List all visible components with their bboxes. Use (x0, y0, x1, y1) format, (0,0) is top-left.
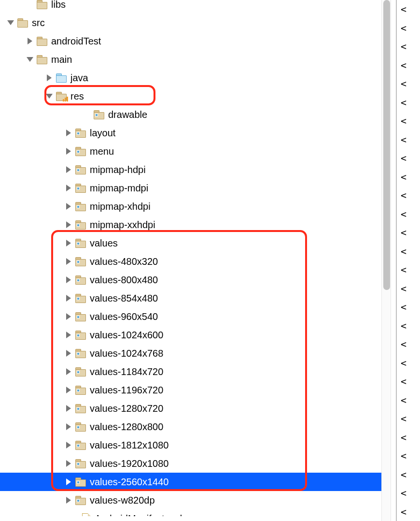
disclosure-collapsed-icon[interactable] (26, 37, 34, 45)
code-line: < (401, 242, 420, 261)
resource-folder-icon (75, 422, 86, 431)
code-line: < (401, 317, 420, 335)
tree-row[interactable]: src (0, 14, 381, 32)
tree-row[interactable]: values-480x320 (0, 252, 381, 271)
xml-file-icon (82, 513, 91, 516)
resource-folder-icon (75, 367, 86, 376)
tree-item-label: values-1024x768 (90, 348, 163, 359)
disclosure-spacer (71, 515, 79, 516)
tree-row[interactable]: mipmap-xhdpi (0, 197, 381, 216)
tree-item-label: main (51, 54, 72, 65)
code-line: < (401, 186, 420, 205)
disclosure-collapsed-icon[interactable] (65, 460, 72, 467)
tree-row[interactable]: values-1280x800 (0, 418, 381, 436)
tree-item-label: java (70, 72, 88, 84)
tree-scrollbar-thumb[interactable] (383, 0, 390, 290)
tree-row[interactable]: layout (0, 124, 381, 142)
disclosure-collapsed-icon[interactable] (65, 221, 72, 229)
code-line: < (401, 130, 420, 149)
project-tree[interactable]: libssrcandroidTestmainjavaresdrawablelay… (0, 0, 381, 516)
code-line: < (401, 465, 420, 484)
disclosure-collapsed-icon[interactable] (65, 423, 72, 431)
code-line: < (401, 354, 420, 373)
panel-divider[interactable] (396, 0, 397, 521)
tree-row[interactable]: androidTest (0, 32, 381, 50)
tree-row[interactable]: values (0, 234, 381, 252)
disclosure-collapsed-icon[interactable] (65, 496, 72, 504)
res-root-folder-icon (56, 92, 67, 101)
disclosure-expanded-icon[interactable] (45, 92, 53, 100)
tree-item-label: drawable (108, 109, 147, 120)
tree-item-label: values-2560x1440 (90, 477, 168, 488)
tree-row[interactable]: values-1024x768 (0, 344, 381, 362)
tree-row[interactable]: values-960x540 (0, 307, 381, 326)
tree-row[interactable]: menu (0, 142, 381, 160)
resource-folder-icon (75, 331, 86, 339)
tree-row[interactable]: mipmap-mdpi (0, 179, 381, 197)
tree-row[interactable]: values-1920x1080 (0, 454, 381, 473)
resource-folder-icon (75, 294, 86, 303)
resource-folder-icon (75, 220, 86, 229)
code-line: < (401, 298, 420, 317)
tree-row[interactable]: values-800x480 (0, 271, 381, 289)
code-line: < (401, 168, 420, 187)
tree-row[interactable]: values-2560x1440 (0, 473, 381, 491)
tree-row[interactable]: main (0, 50, 381, 69)
disclosure-collapsed-icon[interactable] (65, 147, 72, 155)
tree-item-label: mipmap-mdpi (90, 183, 148, 194)
disclosure-collapsed-icon[interactable] (65, 258, 72, 265)
code-line: < (401, 205, 420, 224)
disclosure-collapsed-icon[interactable] (65, 478, 72, 486)
tree-row[interactable]: mipmap-xxhdpi (0, 216, 381, 234)
resource-folder-icon (75, 129, 86, 137)
disclosure-collapsed-icon[interactable] (65, 276, 72, 284)
tree-row[interactable]: values-1024x600 (0, 326, 381, 344)
disclosure-collapsed-icon[interactable] (65, 294, 72, 302)
code-line: < (401, 391, 420, 410)
tree-row[interactable]: values-854x480 (0, 289, 381, 307)
tree-item-label: mipmap-xxhdpi (90, 219, 155, 231)
editor-panel[interactable]: <<<<<<<<<<<<<<<<<<<<<<<<<<<< (401, 0, 420, 521)
folder-icon (17, 18, 28, 27)
disclosure-collapsed-icon[interactable] (65, 386, 72, 394)
disclosure-collapsed-icon[interactable] (65, 129, 72, 137)
tree-row[interactable]: res (0, 87, 381, 105)
disclosure-collapsed-icon[interactable] (65, 203, 72, 210)
tree-row[interactable]: mipmap-hdpi (0, 160, 381, 179)
disclosure-collapsed-icon[interactable] (45, 74, 53, 82)
tree-item-label: menu (90, 146, 114, 157)
disclosure-collapsed-icon[interactable] (65, 405, 72, 412)
tree-row[interactable]: java (0, 69, 381, 87)
tree-row[interactable]: values-1280x720 (0, 399, 381, 418)
disclosure-expanded-icon[interactable] (7, 19, 14, 27)
tree-row[interactable]: values-w820dp (0, 491, 381, 509)
tree-item-label: AndroidManifest.xml (95, 513, 182, 517)
disclosure-collapsed-icon[interactable] (65, 166, 72, 174)
resource-folder-icon (75, 312, 86, 321)
tree-row[interactable]: values-1196x720 (0, 381, 381, 399)
disclosure-collapsed-icon[interactable] (65, 184, 72, 192)
tree-row[interactable]: drawable (0, 105, 381, 124)
resource-folder-icon (75, 184, 86, 192)
tree-row[interactable]: values-1812x1080 (0, 436, 381, 454)
disclosure-expanded-icon[interactable] (26, 56, 34, 63)
disclosure-collapsed-icon[interactable] (65, 239, 72, 247)
code-line: < (401, 428, 420, 447)
resource-folder-icon (75, 404, 86, 413)
code-line: < (401, 223, 420, 242)
tree-scrollbar-track[interactable] (381, 0, 391, 521)
tree-row[interactable]: libs (0, 0, 381, 14)
disclosure-collapsed-icon[interactable] (65, 368, 72, 376)
disclosure-collapsed-icon[interactable] (65, 331, 72, 339)
tree-item-label: values-1920x1080 (90, 458, 168, 469)
tree-item-label: values-1024x600 (90, 330, 163, 341)
tree-item-label: values-800x480 (90, 275, 158, 286)
disclosure-collapsed-icon[interactable] (65, 349, 72, 357)
disclosure-collapsed-icon[interactable] (65, 441, 72, 449)
disclosure-collapsed-icon[interactable] (65, 313, 72, 320)
disclosure-spacer (83, 111, 91, 118)
resource-folder-icon (75, 257, 86, 266)
resource-folder-icon (75, 386, 86, 394)
tree-row[interactable]: AndroidManifest.xml (0, 509, 381, 516)
tree-row[interactable]: values-1184x720 (0, 362, 381, 381)
